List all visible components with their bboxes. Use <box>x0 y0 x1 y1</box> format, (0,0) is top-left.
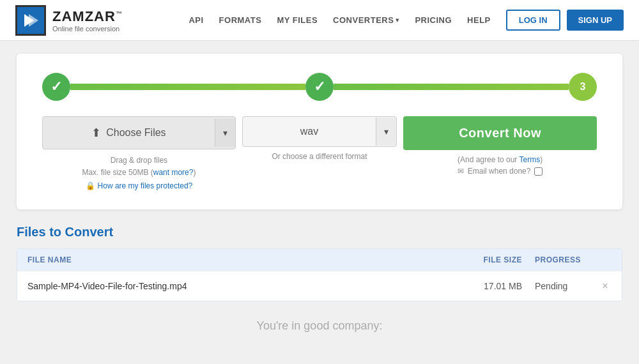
action-row: ⬆ Choose Files ▾ Drag & drop files Max. … <box>42 116 597 190</box>
format-hint: Or choose a different format <box>242 152 397 161</box>
format-value: wav <box>243 117 376 146</box>
col-header-name: FILE NAME <box>27 255 471 264</box>
want-more-link[interactable]: want more? <box>153 168 194 177</box>
lock-icon: 🔒 <box>86 181 95 190</box>
row-file-name: Sample-MP4-Video-File-for-Testing.mp4 <box>27 281 471 291</box>
row-file-size: 17.01 MB <box>471 281 535 291</box>
format-selector[interactable]: wav ▾ <box>242 116 397 147</box>
svg-marker-1 <box>29 14 38 27</box>
files-title: Files to Convert <box>17 225 622 239</box>
drag-drop-text: Drag & drop files <box>42 155 236 167</box>
protected-link[interactable]: 🔒 How are my files protected? <box>42 181 236 190</box>
logo-area: ZAMZAR™ Online file conversion <box>15 5 123 36</box>
logo-icon <box>15 5 46 36</box>
files-section: Files to Convert FILE NAME FILE SIZE PRO… <box>17 225 622 301</box>
row-file-progress: Pending <box>535 281 599 291</box>
choose-files-info: Drag & drop files Max. file size 50MB (w… <box>42 155 236 190</box>
chevron-down-icon: ▾ <box>396 16 399 24</box>
choose-files-button[interactable]: ⬆ Choose Files ▾ <box>42 116 236 149</box>
nav-converters[interactable]: CONVERTERS <box>333 15 394 25</box>
format-dropdown[interactable]: ▾ <box>376 118 396 146</box>
page-content: ✓ ✓ 3 ⬆ Choose Files ▾ <box>6 41 633 352</box>
convert-now-button[interactable]: Convert Now <box>403 116 597 150</box>
upload-icon: ⬆ <box>91 126 101 140</box>
nav-links: API FORMATS MY FILES CONVERTERS ▾ PRICIN… <box>189 10 624 31</box>
login-button[interactable]: LOG IN <box>506 10 560 31</box>
terms-link[interactable]: Terms <box>519 155 540 164</box>
logo-title: ZAMZAR™ <box>52 8 123 25</box>
email-checkbox[interactable] <box>534 167 543 176</box>
step-line-2 <box>334 84 569 90</box>
convert-wrap: Convert Now (And agree to our Terms) ✉ E… <box>403 116 597 176</box>
email-label: Email when done? <box>468 167 531 176</box>
convert-terms: (And agree to our Terms) <box>403 155 597 164</box>
step-3: 3 <box>569 73 597 101</box>
col-header-size: FILE SIZE <box>471 255 535 264</box>
table-header: FILE NAME FILE SIZE PROGRESS <box>17 249 622 271</box>
step-line-1 <box>70 84 305 90</box>
header: ZAMZAR™ Online file conversion API FORMA… <box>0 0 639 41</box>
nav-pricing[interactable]: PRICING <box>415 15 452 25</box>
files-title-highlight: Convert <box>65 225 114 239</box>
table-row: Sample-MP4-Video-File-for-Testing.mp4 17… <box>17 271 622 301</box>
choose-files-label: Choose Files <box>106 127 166 139</box>
max-size-text: Max. file size 50MB (want more?) <box>42 167 236 179</box>
email-done-row: ✉ Email when done? <box>403 167 597 176</box>
logo-text-area: ZAMZAR™ Online file conversion <box>52 8 123 33</box>
nav-formats[interactable]: FORMATS <box>219 15 262 25</box>
choose-files-dropdown[interactable]: ▾ <box>215 119 235 147</box>
step-2: ✓ <box>305 73 334 101</box>
nav-my-files[interactable]: MY FILES <box>277 15 318 25</box>
col-header-progress: PROGRESS <box>535 255 612 264</box>
nav-converters-wrapper: CONVERTERS ▾ <box>333 15 399 25</box>
format-wrap: wav ▾ Or choose a different format <box>242 116 397 161</box>
step-1: ✓ <box>42 73 70 101</box>
steps-row: ✓ ✓ 3 <box>42 73 597 101</box>
conversion-card: ✓ ✓ 3 ⬆ Choose Files ▾ <box>17 54 622 209</box>
signup-button[interactable]: SIGN UP <box>567 10 624 31</box>
email-icon: ✉ <box>458 167 464 176</box>
nav-api[interactable]: API <box>189 15 203 25</box>
files-table: FILE NAME FILE SIZE PROGRESS Sample-MP4-… <box>17 248 622 301</box>
nav-buttons: LOG IN SIGN UP <box>506 10 624 31</box>
footer-tagline: You're in good company: <box>17 319 622 339</box>
choose-files-main: ⬆ Choose Files <box>43 117 215 149</box>
choose-files-wrap: ⬆ Choose Files ▾ Drag & drop files Max. … <box>42 116 236 190</box>
nav-help[interactable]: HELP <box>467 15 491 25</box>
remove-file-button[interactable]: × <box>599 280 612 292</box>
logo-subtitle: Online file conversion <box>52 25 123 33</box>
